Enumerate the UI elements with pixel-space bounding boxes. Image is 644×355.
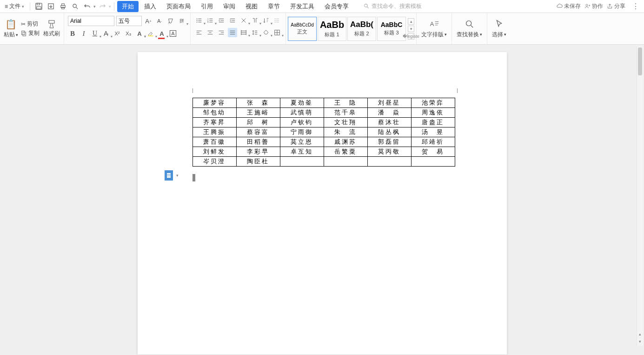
find-replace-button[interactable]: 查找替换▾ <box>452 13 487 44</box>
style-normal[interactable]: AaBbCcDd 正文 <box>288 17 317 41</box>
underline-button[interactable]: U <box>90 29 100 38</box>
share-button[interactable]: 分享 <box>607 2 625 10</box>
asian-layout-button[interactable] <box>239 16 248 25</box>
strikethrough-button[interactable]: A̶ <box>101 29 111 38</box>
scissors-icon: ✂ <box>21 21 26 27</box>
cursor-icon <box>494 19 505 29</box>
user-plus-icon <box>584 3 591 9</box>
tab-member[interactable]: 会员专享 <box>320 0 353 13</box>
align-right-button[interactable] <box>217 28 226 37</box>
font-size-select[interactable] <box>116 16 142 26</box>
style-heading3[interactable]: AaBbC 标题 3 <box>377 17 406 41</box>
export-icon[interactable] <box>46 2 55 11</box>
menu-left: ≡ 文件 ▾ ▾ ▾ 开始 插入 页面布局 引用 审阅 视图 章节 开发工具 会… <box>2 0 422 13</box>
preview-icon[interactable] <box>71 2 79 11</box>
borders-button[interactable] <box>272 28 282 37</box>
styles-group: AaBbCcDd 正文 AaBb 标题 1 AaBb( 标题 2 AaBbC 标… <box>286 13 417 44</box>
bullets-button[interactable] <box>194 16 204 25</box>
tab-chapter[interactable]: 章节 <box>263 0 285 13</box>
highlight-button[interactable] <box>146 29 155 38</box>
text-direction-button[interactable] <box>250 16 259 25</box>
file-menu[interactable]: ≡ 文件 ▾ <box>2 0 27 12</box>
brush-icon <box>47 20 56 29</box>
separator <box>114 2 114 11</box>
search-box[interactable]: 查找命令、搜索模板 <box>364 2 422 10</box>
superscript-button[interactable]: X² <box>113 29 122 38</box>
menu-right: 未保存 协作 分享 ⋮ <box>557 2 642 11</box>
clipboard-small: ✂剪切 复制 <box>21 20 40 37</box>
paste-button[interactable]: 📋 粘贴▾ <box>4 19 18 39</box>
print-icon[interactable] <box>59 2 67 11</box>
decrease-indent-button[interactable] <box>217 16 226 25</box>
tab-reference[interactable]: 引用 <box>196 0 218 13</box>
align-center-button[interactable] <box>206 28 215 37</box>
phonetic-icon[interactable]: 拼 <box>177 16 186 26</box>
svg-point-7 <box>73 4 76 8</box>
increase-font-icon[interactable]: A+ <box>144 16 153 26</box>
bold-button[interactable]: B <box>68 29 77 38</box>
decrease-font-icon[interactable]: A- <box>155 16 164 26</box>
ribbon: 📋 粘贴▾ ✂剪切 复制 格式刷 A+ A- 拼 B I U A̶ X² X₂ <box>0 13 644 45</box>
svg-rect-13 <box>148 35 153 36</box>
svg-rect-10 <box>22 31 25 35</box>
hamburger-icon: ≡ <box>5 3 8 10</box>
undo-icon[interactable] <box>83 2 91 11</box>
svg-text:A: A <box>430 20 434 27</box>
undo-dropdown[interactable]: ▾ <box>93 4 96 9</box>
style-scroll-up[interactable]: ▴ <box>408 18 414 25</box>
sort-button[interactable] <box>261 16 271 25</box>
tab-insert[interactable]: 插入 <box>139 0 161 13</box>
numbering-button[interactable]: 123 <box>206 16 215 25</box>
chevron-down-icon: ▾ <box>22 4 24 9</box>
align-justify-button[interactable] <box>228 28 237 37</box>
style-scroll-down[interactable]: ▾ <box>408 26 414 32</box>
text-layout-button[interactable]: A 文字排版▾ <box>417 13 452 44</box>
distribute-button[interactable] <box>239 28 248 37</box>
tab-view[interactable]: 视图 <box>241 0 262 13</box>
align-left-button[interactable] <box>194 28 204 37</box>
copy-button[interactable]: 复制 <box>21 29 40 37</box>
tab-pagelayout[interactable]: 页面布局 <box>162 0 195 13</box>
text-effect-button[interactable]: A <box>135 29 144 38</box>
style-scroll-more[interactable]: �legiate <box>408 33 414 40</box>
paragraph-group: 123 <box>191 13 286 44</box>
svg-point-8 <box>365 4 368 7</box>
font-name-select[interactable] <box>68 16 114 26</box>
file-label: 文件 <box>9 2 20 10</box>
line-spacing-button[interactable] <box>250 28 259 37</box>
char-border-button[interactable]: A <box>168 29 178 38</box>
tab-home[interactable]: 开始 <box>117 1 139 12</box>
font-group: A+ A- 拼 B I U A̶ X² X₂ A A A <box>64 13 191 44</box>
save-icon[interactable] <box>34 2 43 11</box>
style-heading2[interactable]: AaBb( 标题 2 <box>347 17 376 41</box>
svg-point-16 <box>197 22 198 23</box>
tab-review[interactable]: 审阅 <box>219 0 240 13</box>
svg-rect-12 <box>49 20 54 23</box>
shading-button[interactable] <box>261 28 271 37</box>
svg-point-9 <box>586 4 588 6</box>
increase-indent-button[interactable] <box>228 16 237 25</box>
subscript-button[interactable]: X₂ <box>124 29 133 38</box>
clear-format-icon[interactable] <box>166 16 175 26</box>
svg-rect-11 <box>23 32 26 36</box>
clipboard-icon: 📋 <box>5 19 17 30</box>
svg-rect-5 <box>61 4 64 6</box>
svg-point-14 <box>197 19 198 20</box>
format-painter-button[interactable]: 格式刷 <box>43 20 60 38</box>
magnifier-icon <box>465 19 475 29</box>
font-color-button[interactable]: A <box>157 29 166 38</box>
unsaved-status[interactable]: 未保存 <box>557 2 581 10</box>
select-button[interactable]: 选择▾ <box>487 13 511 44</box>
tab-devtools[interactable]: 开发工具 <box>285 0 319 13</box>
coop-button[interactable]: 协作 <box>584 2 603 10</box>
copy-icon <box>21 30 27 36</box>
redo-dropdown[interactable]: ▾ <box>109 4 111 9</box>
share-icon <box>607 3 613 9</box>
redo-icon[interactable] <box>98 2 106 11</box>
separator <box>30 2 30 11</box>
style-heading1[interactable]: AaBb 标题 1 <box>318 17 346 41</box>
more-menu[interactable]: ⋮ <box>629 2 642 11</box>
cut-button[interactable]: ✂剪切 <box>21 20 40 28</box>
italic-button[interactable]: I <box>79 29 88 38</box>
show-marks-button[interactable] <box>272 16 282 25</box>
